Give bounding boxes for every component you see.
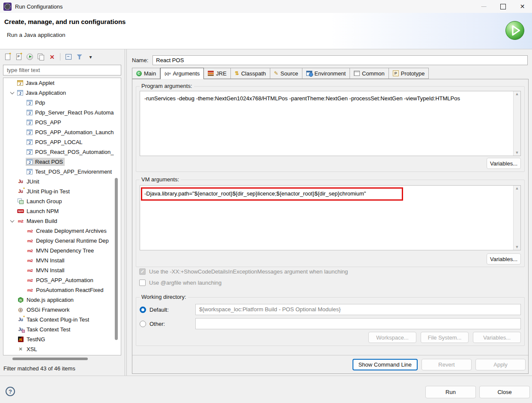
maven-icon: [27, 257, 33, 264]
tree-item-label: MVN Install: [36, 267, 64, 274]
expander-icon[interactable]: [8, 91, 16, 94]
help-icon[interactable]: ?: [6, 387, 15, 396]
duplicate-icon[interactable]: [36, 52, 46, 62]
tree-item-label: POS_APP_Automation: [36, 277, 93, 283]
tab-source[interactable]: Source: [270, 68, 302, 79]
tree-item-java-application[interactable]: Java Application: [3, 88, 121, 98]
new-configuration-icon[interactable]: [3, 52, 12, 62]
tree-item-pos-app-automation[interactable]: POS_APP_Automation: [3, 275, 121, 285]
variables-button[interactable]: Variables...: [473, 332, 521, 343]
tree-item-pos-app-local[interactable]: POS_APP_LOCAL: [3, 137, 121, 147]
tree-item-junit-plug-in-test[interactable]: JUnit Plug-in Test: [3, 186, 121, 196]
vm-arguments-label: VM arguments:: [140, 176, 181, 183]
tree-item-node-js-application[interactable]: Node.js application: [3, 295, 121, 305]
default-radio[interactable]: [140, 307, 146, 313]
scroll-down-icon[interactable]: ▼: [515, 245, 519, 249]
run-button[interactable]: Run: [425, 386, 476, 398]
tab-arguments[interactable]: Arguments: [160, 68, 204, 79]
minimize-button[interactable]: [474, 0, 493, 13]
workspace-button[interactable]: Workspace...: [368, 332, 416, 343]
use-argfile-when-launching-checkbox[interactable]: [139, 280, 146, 286]
tree-item-pos-app[interactable]: POS_APP: [3, 117, 121, 127]
junit-plugin-icon: [17, 188, 24, 195]
tree-item-create-deployment-archives[interactable]: Create Deployment Archives: [3, 226, 121, 236]
tree-item-deploy-general-runtime-dep[interactable]: Deploy General Runtime Dep: [3, 236, 121, 246]
expander-icon[interactable]: [8, 220, 16, 223]
tab-main[interactable]: Main: [132, 68, 160, 79]
other-radio[interactable]: [140, 321, 146, 327]
tree-item-label: Launch Group: [27, 198, 62, 205]
tree-item-xsl[interactable]: XSL: [3, 344, 121, 354]
tree-item-task-context-test[interactable]: Task Context Test: [3, 325, 121, 334]
config-tree: Java AppletJava ApplicationPdpPdp_Server…: [3, 78, 121, 355]
tab-common[interactable]: Common: [350, 68, 389, 79]
tree-item-pdp-server-react-pos-automa[interactable]: Pdp_Server_React Pos Automa: [3, 108, 121, 117]
java-app-icon: [27, 100, 33, 105]
menu-dropdown-icon[interactable]: [86, 52, 96, 62]
use-the-xx-showcodedetailsinexceptionmessages-argument-checkbox[interactable]: [139, 268, 146, 275]
tree-vertical-scrollbar[interactable]: [115, 178, 118, 340]
panel-actions-row: Show Command LineRevertApply: [132, 355, 528, 373]
other-radio-label: Other:: [149, 321, 187, 327]
tree-item-launch-group[interactable]: Launch Group: [3, 196, 121, 206]
vm-arguments-variables-button[interactable]: Variables...: [487, 253, 521, 265]
new-prototype-icon[interactable]: [14, 52, 24, 62]
close-button[interactable]: [513, 0, 532, 13]
tree-item-mvn-install[interactable]: MVN Install: [3, 265, 121, 275]
tab-prototype[interactable]: Prototype: [389, 68, 429, 79]
show-command-line-button[interactable]: Show Command Line: [353, 359, 418, 370]
arguments-tab-icon: [164, 72, 170, 76]
tree-item-pos-app-automation-launch[interactable]: POS_APP_Automation_Launch: [3, 127, 121, 137]
delete-icon[interactable]: [47, 52, 57, 62]
tree-item-label: MVN Install: [36, 257, 64, 264]
tree-item-test-pos-app-enviorenment[interactable]: Test_POS_APP_Enviorenment: [3, 167, 121, 177]
tree-item-launch-npm[interactable]: Launch NPM: [3, 206, 121, 216]
tree-item-task-context-plug-in-test[interactable]: Task Context Plug-in Test: [3, 315, 121, 325]
tree-item-maven-build[interactable]: Maven Build: [3, 216, 121, 226]
collapse-all-icon[interactable]: [63, 52, 73, 62]
launch-group-icon: [17, 198, 24, 205]
tab-classpath[interactable]: Classpath: [231, 68, 270, 79]
tree-item-label: XSL: [27, 346, 37, 352]
scroll-up-icon[interactable]: ▲: [515, 92, 519, 96]
export-configurations-icon[interactable]: [25, 52, 35, 62]
tree-item-pos-react-pos-automation[interactable]: POS_React_POS_Automation_: [3, 147, 121, 157]
vm-arguments-scrollbar[interactable]: ▲ ▼: [513, 186, 520, 250]
vm-arguments-textarea[interactable]: -Djava.library.path="${enactor_root}${di…: [140, 185, 521, 250]
tree-item-pdp[interactable]: Pdp: [3, 98, 121, 108]
source-tab-icon: [274, 70, 278, 76]
program-arguments-group: Program arguments: -runServices -debug -…: [136, 86, 525, 172]
tree-item-testng[interactable]: TestNG: [3, 334, 121, 344]
tree-item-label: Java Applet: [26, 80, 54, 86]
tab-environment[interactable]: Environment: [302, 68, 350, 79]
tree-item-posautomation-reactfixed[interactable]: PosAutomation ReactFixed: [3, 285, 121, 295]
filter-input[interactable]: [3, 65, 121, 75]
tree-item-label: Test_POS_APP_Enviorenment: [35, 168, 112, 175]
maximize-button[interactable]: [493, 0, 513, 13]
program-arguments-scrollbar[interactable]: ▲ ▼: [513, 91, 520, 156]
maven-icon: [17, 218, 24, 224]
tree-item-label: Node.js application: [27, 297, 74, 303]
revert-button[interactable]: Revert: [421, 359, 472, 370]
tree-item-java-applet[interactable]: Java Applet: [3, 78, 121, 88]
tree-horizontal-scrollbar[interactable]: [3, 357, 121, 361]
tree-item-junit[interactable]: JUnit: [3, 177, 121, 186]
java-app-icon: [27, 159, 33, 165]
file-system-button[interactable]: File System...: [421, 332, 469, 343]
scroll-down-icon[interactable]: ▼: [515, 151, 519, 155]
program-arguments-variables-button[interactable]: Variables...: [487, 158, 521, 169]
tree-item-react-pos[interactable]: React POS: [3, 157, 121, 167]
tree-item-mvn-install[interactable]: MVN Install: [3, 256, 121, 265]
filter-icon[interactable]: [75, 52, 84, 62]
tree-item-osgi-framework[interactable]: OSGi Framework: [3, 305, 121, 315]
program-arguments-textarea[interactable]: -runServices -debug -theme:NextGen1024x7…: [140, 91, 521, 156]
name-input[interactable]: [152, 55, 528, 65]
default-directory-field[interactable]: ${workspace_loc:Platform Build - POS Opt…: [195, 304, 521, 315]
scroll-up-icon[interactable]: ▲: [515, 186, 519, 190]
close-button[interactable]: Close: [479, 386, 530, 398]
tree-item-mvn-dependency-tree[interactable]: MVN Dependency Tree: [3, 246, 121, 256]
other-directory-field[interactable]: [195, 318, 521, 329]
default-radio-label: Default:: [149, 307, 187, 313]
apply-button[interactable]: Apply: [475, 359, 526, 370]
tab-jre[interactable]: JRE: [204, 68, 231, 79]
